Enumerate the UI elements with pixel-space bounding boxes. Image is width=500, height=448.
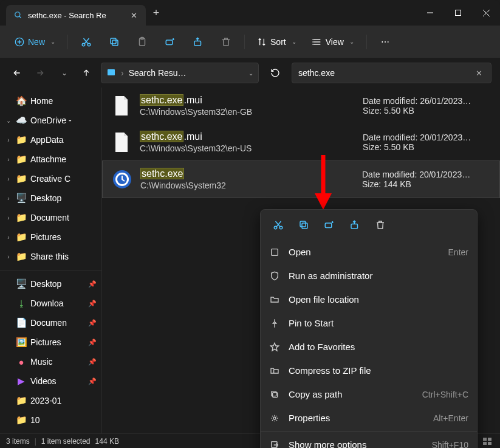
sidebar-item-documents[interactable]: ›📁Document [0, 208, 101, 227]
ctx-copy-icon[interactable] [292, 215, 315, 235]
ctx-share-icon[interactable] [343, 215, 366, 235]
ctx-properties[interactable]: Properties Alt+Enter [261, 406, 477, 430]
exe-icon [112, 167, 132, 191]
sidebar-item-onedrive[interactable]: ⌄☁️OneDrive - [0, 111, 101, 130]
result-meta: Date modified: 26/01/2023… Size: 5.50 KB [363, 96, 490, 115]
new-tab-button[interactable]: + [146, 7, 166, 19]
pin-icon [269, 319, 280, 328]
ctx-add-favorites[interactable]: Add to Favorites [261, 335, 477, 359]
search-results-icon [106, 67, 116, 79]
pin-icon: 📌 [88, 300, 97, 308]
view-button[interactable]: View ⌄ [306, 33, 360, 50]
svg-line-41 [276, 221, 281, 227]
new-button-label: New [28, 37, 45, 47]
sidebar-item-home[interactable]: 🏠Home [0, 91, 101, 111]
svg-line-12 [84, 38, 89, 44]
svg-rect-34 [483, 442, 487, 445]
sidebar-quick-pictures[interactable]: 🖼️Pictures📌 [0, 333, 101, 352]
ctx-run-admin[interactable]: Run as administrator [261, 264, 477, 288]
svg-rect-44 [325, 223, 332, 228]
toolbar: New ⌄ Sort ⌄ View ⌄ ⋯ [0, 26, 500, 58]
more-icon[interactable]: ⋯ [373, 30, 397, 54]
ctx-rename-icon[interactable] [318, 215, 341, 235]
file-icon [112, 94, 131, 118]
sidebar-quick-documents[interactable]: 📄Documen📌 [0, 313, 101, 333]
svg-rect-43 [300, 221, 306, 227]
tab-title: sethc.exe - Search Re [28, 11, 129, 20]
sidebar-quick-music[interactable]: ●Music📌 [0, 352, 101, 371]
ctx-more-options[interactable]: Show more options Shift+F10 [261, 433, 477, 448]
svg-rect-18 [194, 41, 201, 46]
status-size: 144 KB [95, 437, 119, 446]
view-grid-toggle[interactable] [481, 436, 494, 447]
address-box[interactable]: › Search Resu… ⌄ [101, 63, 259, 83]
sidebar-item-appdata[interactable]: ›📁AppData [0, 130, 101, 150]
status-count: 3 items [6, 437, 30, 446]
sidebar-quick-downloads[interactable]: ⭳Downloa📌 [0, 294, 101, 313]
search-result-row[interactable]: sethc.exe.mui C:\Windows\System32\en-US … [102, 124, 500, 160]
sidebar-quick-10[interactable]: 📁10 [0, 410, 101, 430]
context-menu: Open Enter Run as administrator Open fil… [260, 209, 478, 448]
clear-search-icon[interactable]: ✕ [473, 66, 485, 80]
chevron-down-icon: ⌄ [50, 38, 55, 45]
chevron-right-icon: › [121, 68, 124, 78]
refresh-button[interactable] [265, 63, 286, 83]
paste-icon[interactable] [130, 30, 154, 54]
ctx-cut-icon[interactable] [267, 215, 290, 235]
svg-rect-17 [166, 40, 173, 45]
sidebar: 🏠Home ⌄☁️OneDrive - ›📁AppData ›📁Attachme… [0, 88, 102, 433]
copy-icon[interactable] [102, 30, 126, 54]
open-icon [269, 247, 280, 257]
maximize-button[interactable] [444, 0, 472, 26]
search-result-row[interactable]: sethc.exe.mui C:\Windows\System32\en-GB … [102, 88, 500, 124]
svg-point-24 [313, 44, 313, 44]
close-tab-icon[interactable]: ✕ [129, 11, 139, 20]
svg-rect-25 [108, 69, 115, 75]
titlebar: sethc.exe - Search Re ✕ + [0, 0, 500, 26]
chevron-down-icon[interactable]: ⌄ [248, 70, 253, 77]
svg-rect-48 [273, 392, 278, 397]
delete-icon[interactable] [214, 30, 238, 54]
sidebar-item-pictures[interactable]: ›📁Pictures [0, 227, 101, 247]
result-name: sethc.exe [140, 168, 354, 179]
search-input[interactable] [298, 68, 473, 78]
ctx-open[interactable]: Open Enter [261, 240, 477, 264]
svg-rect-45 [351, 224, 358, 229]
sidebar-quick-2023-01[interactable]: 📁2023-01 [0, 391, 101, 410]
sort-button[interactable]: Sort ⌄ [251, 33, 303, 50]
forward-button[interactable] [32, 63, 49, 83]
svg-line-40 [276, 221, 281, 227]
pin-icon: 📌 [88, 339, 97, 346]
sidebar-item-share[interactable]: ›📁Share this [0, 247, 101, 266]
new-button[interactable]: New ⌄ [9, 33, 61, 50]
ctx-delete-icon[interactable] [369, 215, 392, 235]
cut-icon[interactable] [74, 30, 98, 54]
ctx-copy-path[interactable]: Copy as path Ctrl+Shift+C [261, 382, 477, 406]
svg-rect-32 [483, 438, 487, 441]
share-icon[interactable] [186, 30, 210, 54]
sidebar-quick-videos[interactable]: ▶Videos📌 [0, 371, 101, 391]
address-bar: ⌄ › Search Resu… ⌄ ✕ [0, 58, 500, 88]
svg-point-50 [273, 417, 276, 419]
sidebar-item-attachments[interactable]: ›📁Attachme [0, 150, 101, 169]
up-button[interactable] [78, 63, 95, 83]
window-tab[interactable]: sethc.exe - Search Re ✕ [6, 5, 146, 26]
sidebar-item-desktop[interactable]: ›🖥️Desktop [0, 188, 101, 208]
close-window-button[interactable] [472, 0, 500, 26]
breadcrumb[interactable]: Search Resu… [129, 68, 242, 78]
minimize-button[interactable] [416, 0, 444, 26]
sidebar-item-creative[interactable]: ›📁Creative C [0, 169, 101, 188]
search-box[interactable]: ✕ [292, 63, 491, 83]
ctx-open-location[interactable]: Open file location [261, 288, 477, 311]
ctx-compress[interactable]: Compress to ZIP file [261, 359, 477, 382]
sidebar-quick-desktop[interactable]: 🖥️Desktop📌 [0, 274, 101, 294]
ctx-pin-start[interactable]: Pin to Start [261, 311, 477, 335]
recent-locations-button[interactable]: ⌄ [55, 63, 72, 83]
svg-rect-46 [272, 249, 278, 255]
svg-point-22 [313, 39, 313, 40]
rename-icon[interactable] [158, 30, 182, 54]
result-name: sethc.exe.mui [140, 131, 354, 142]
svg-rect-3 [456, 10, 461, 16]
search-result-row-selected[interactable]: sethc.exe C:\Windows\System32 Date modif… [102, 160, 500, 198]
back-button[interactable] [9, 63, 26, 83]
